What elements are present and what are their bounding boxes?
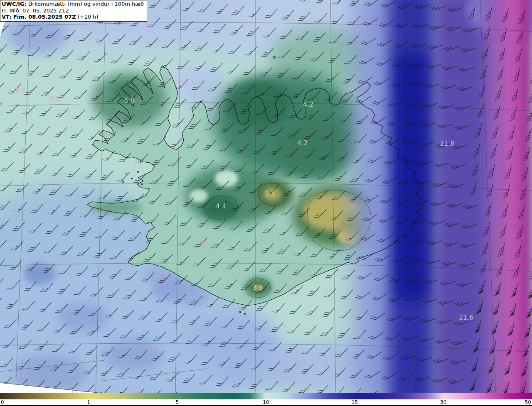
init-time: IT: Mið. 07. 05. 2025 21Z [2,7,144,14]
colorbar-tick-4: 15 [352,399,358,405]
colorbar-ticks: 0 1 5 10 15 30 50 [0,399,532,405]
colorbar-tick-5: 30 [440,399,446,405]
map-title: UWC/IG: Úrkomumætti (mm) og vindur i 100… [2,1,144,7]
colorbar-tick-2: 5 [176,399,179,405]
precip-wind-field [0,0,532,393]
colorbar-tick-0: 0 [1,399,4,405]
weather-map: 12.18.68.55.811.94.24.221.83.44.412.112.… [0,0,532,393]
product-id: UWC/IG: [2,1,27,7]
colorbar-gradient [0,393,532,399]
title-box: UWC/IG: Úrkomumætti (mm) og vindur i 100… [0,0,147,22]
colorbar-tick-1: 1 [87,399,91,405]
colorbar-tick-6: 50 [525,399,531,405]
forecast-image: 12.18.68.55.811.94.24.221.83.44.412.112.… [0,0,532,406]
colorbar-tick-3: 10 [263,399,269,405]
valid-time: VT: Fim. 08.05.2025 07Z (+10 h) [2,14,144,20]
colorbar [0,393,532,399]
